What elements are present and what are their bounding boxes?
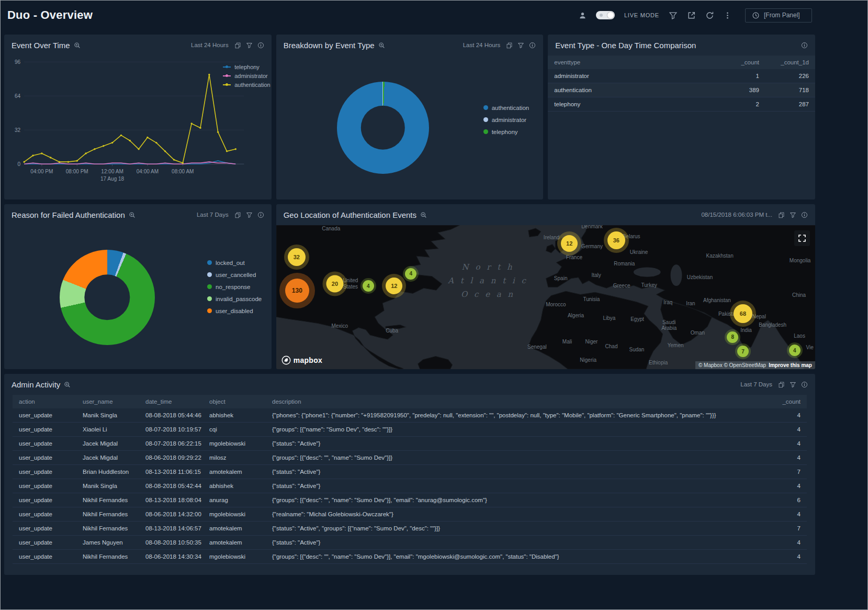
table-cell: {"phones": {"phone1": {"number": "+91958… <box>266 408 772 423</box>
copy-icon[interactable] <box>506 42 513 49</box>
map-country-label: Nigeria <box>580 357 596 363</box>
map-cluster[interactable]: 68 <box>734 304 752 323</box>
legend-item[interactable]: user_cancelled <box>207 272 262 278</box>
zoom-icon[interactable] <box>378 42 385 49</box>
column-header[interactable]: eventtype <box>548 56 718 69</box>
filter-icon[interactable] <box>669 11 678 20</box>
info-icon[interactable] <box>801 42 808 49</box>
mapbox-icon <box>281 356 291 365</box>
table-row[interactable]: user_updateManik Singla08-08-2018 05:42:… <box>13 479 807 493</box>
legend-item[interactable]: telephony <box>483 129 529 135</box>
table-row[interactable]: user_updateNikhil Fernandes08-06-2018 14… <box>13 507 807 522</box>
info-icon[interactable] <box>801 212 808 218</box>
time-range-label[interactable]: Last 24 Hours <box>191 42 229 48</box>
table-row[interactable]: user_updateJames Nguyen08-08-2018 10:50:… <box>13 536 807 550</box>
map-cluster[interactable]: 7 <box>737 346 749 357</box>
table-row[interactable]: user_updateJacek Migdal08-06-2018 09:29:… <box>13 451 807 465</box>
table-row[interactable]: telephony2287 <box>548 97 815 112</box>
map-country-label: France <box>566 254 582 261</box>
map-cluster[interactable]: 4 <box>789 345 801 356</box>
legend-item[interactable]: telephony <box>223 64 270 70</box>
refresh-icon[interactable] <box>705 11 714 20</box>
from-panel-selector[interactable]: [From Panel] <box>745 8 812 23</box>
legend-item[interactable]: administrator <box>483 117 529 123</box>
column-header[interactable]: description <box>266 395 772 408</box>
column-header[interactable]: action <box>13 395 76 408</box>
filter-icon[interactable] <box>517 42 524 49</box>
table-row[interactable]: authentication389718 <box>548 83 815 97</box>
donut-chart[interactable] <box>60 250 155 345</box>
donut-chart[interactable] <box>337 82 429 174</box>
map-cluster[interactable]: 20 <box>326 275 343 292</box>
column-header[interactable]: _count <box>772 395 807 408</box>
table-cell: 08-13-2018 18:08:04 <box>139 493 203 507</box>
copy-icon[interactable] <box>234 212 241 218</box>
improve-map-link[interactable]: Improve this map <box>769 362 812 368</box>
table-row[interactable]: user_updateNikhil Fernandes08-06-2018 14… <box>13 550 807 564</box>
table-row[interactable]: user_updateManik Singla08-08-2018 05:44:… <box>13 408 807 423</box>
map-cluster[interactable]: 130 <box>285 279 309 303</box>
table-cell: {"groups": [{"name": "Sumo Dev", "desc":… <box>266 423 772 437</box>
map-cluster[interactable]: 4 <box>405 268 416 280</box>
zoom-icon[interactable] <box>420 212 427 218</box>
zoom-icon[interactable] <box>74 42 81 49</box>
time-range-label[interactable]: Last 7 Days <box>740 381 772 387</box>
zoom-icon[interactable] <box>129 212 136 218</box>
info-icon[interactable] <box>257 42 264 49</box>
column-header[interactable]: date_time <box>139 395 203 408</box>
table-row[interactable]: user_updateJacek Migdal08-07-2018 06:22:… <box>13 437 807 451</box>
live-mode-toggle[interactable] <box>596 11 615 19</box>
filter-icon[interactable] <box>246 42 253 49</box>
zoom-icon[interactable] <box>64 381 71 388</box>
column-header[interactable]: object <box>203 395 266 408</box>
map-country-label: Bangladesh <box>759 323 786 329</box>
user-icon[interactable] <box>579 12 587 19</box>
filter-icon[interactable] <box>246 212 253 218</box>
table-cell: 1 <box>718 69 765 83</box>
map-country-label: Sudan <box>629 347 644 353</box>
table-row[interactable]: administrator1226 <box>548 69 815 83</box>
map-country-label: Mongolia <box>790 258 811 264</box>
copy-icon[interactable] <box>778 381 785 388</box>
info-icon[interactable] <box>801 381 808 388</box>
map-cluster[interactable]: 32 <box>288 248 306 266</box>
expand-icon <box>798 234 806 242</box>
legend-item[interactable]: invalid_passcode <box>207 296 262 302</box>
column-header[interactable]: _count <box>718 56 765 69</box>
map-cluster[interactable]: 36 <box>607 231 625 249</box>
world-map[interactable]: N o r t h A t l a n t i c O c e a n Cana… <box>276 225 815 369</box>
map-country-label: Egypt <box>630 317 644 323</box>
table-row[interactable]: user_updateBrian Huddleston08-13-2018 11… <box>13 465 807 479</box>
table-cell: {"groups": [{"desc": "", "name": "Sumo D… <box>266 550 772 564</box>
legend-item[interactable]: authentication <box>223 82 270 88</box>
legend-item[interactable]: administrator <box>223 73 270 79</box>
table-cell: amotekalem <box>203 522 266 536</box>
mapbox-logo[interactable]: mapbox <box>281 356 322 365</box>
legend-item[interactable]: locked_out <box>207 260 262 266</box>
map-cluster[interactable]: 8 <box>727 331 738 343</box>
kebab-menu-icon[interactable] <box>724 12 731 19</box>
panel-title: Geo Location of Authentication Events <box>284 210 416 219</box>
legend-item[interactable]: authentication <box>483 105 529 111</box>
copy-icon[interactable] <box>234 42 241 49</box>
table-row[interactable]: user_updateNikhil Fernandes08-13-2018 18… <box>13 493 807 507</box>
info-icon[interactable] <box>529 42 536 49</box>
copy-icon[interactable] <box>778 212 785 218</box>
legend-item[interactable]: user_disabled <box>207 308 262 314</box>
map-cluster[interactable]: 4 <box>363 280 374 292</box>
share-icon[interactable] <box>687 11 696 20</box>
legend-item[interactable]: no_response <box>207 284 262 290</box>
table-row[interactable]: user_updateXiaolei Li08-07-2018 10:19:57… <box>13 423 807 437</box>
map-cluster[interactable]: 12 <box>386 278 402 294</box>
column-header[interactable]: _count_1d <box>765 56 815 69</box>
column-header[interactable]: user_name <box>76 395 139 408</box>
map-cluster[interactable]: 12 <box>561 235 578 252</box>
info-icon[interactable] <box>257 212 264 218</box>
table-row[interactable]: user_updateNikhil Fernandes08-13-2018 14… <box>13 522 807 536</box>
filter-icon[interactable] <box>790 212 796 218</box>
time-range-label[interactable]: 08/15/2018 6:06:03 PM t... <box>701 212 772 218</box>
time-range-label[interactable]: Last 24 Hours <box>463 42 501 48</box>
filter-icon[interactable] <box>790 381 796 388</box>
fullscreen-button[interactable] <box>794 230 810 246</box>
time-range-label[interactable]: Last 7 Days <box>197 212 229 218</box>
